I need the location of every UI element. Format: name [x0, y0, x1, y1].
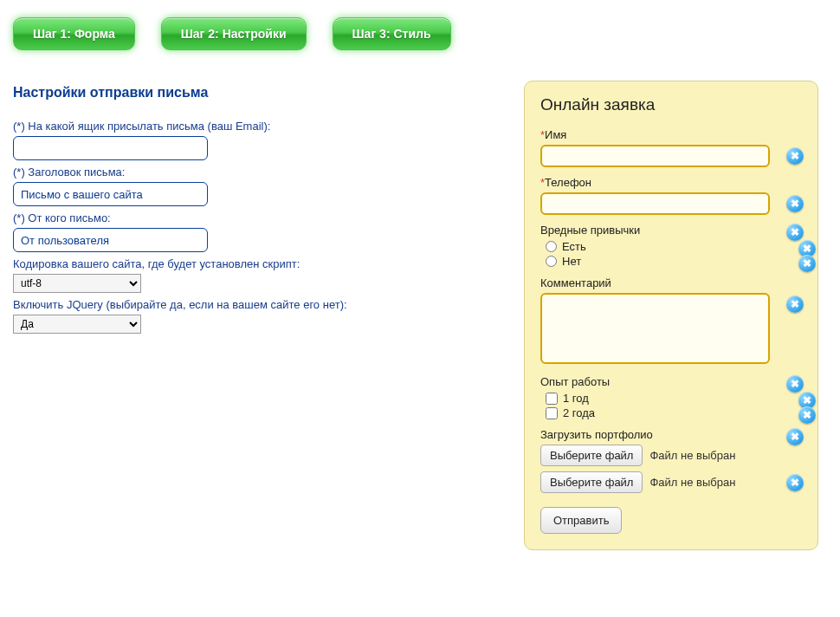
habit-no-radio[interactable]: [546, 256, 557, 267]
from-label: (*) От кого письмо:: [13, 211, 498, 224]
habit-no-label: Нет: [562, 255, 581, 268]
delete-icon[interactable]: ✖: [786, 296, 804, 313]
exp-1-checkbox[interactable]: [546, 393, 558, 405]
step-tabs: Шаг 1: Форма Шаг 2: Настройки Шаг 3: Сти…: [0, 0, 840, 59]
encoding-label: Кодировка вашего сайта, где будет устано…: [13, 257, 498, 270]
from-input[interactable]: [13, 228, 208, 252]
jquery-label: Включить JQuery (выбирайте да, если на в…: [13, 298, 498, 311]
name-input[interactable]: [540, 145, 770, 167]
submit-button[interactable]: Отправить: [540, 507, 622, 534]
delete-icon[interactable]: ✖: [798, 255, 816, 272]
settings-panel: Настройки отправки письма (*) На какой я…: [13, 81, 498, 339]
upload-label: Загрузить портфолио: [540, 428, 802, 441]
email-input[interactable]: [13, 136, 208, 160]
exp-2-checkbox[interactable]: [546, 407, 558, 419]
delete-icon[interactable]: ✖: [786, 147, 804, 165]
comment-label: Комментарий: [540, 276, 802, 289]
delete-icon[interactable]: ✖: [786, 224, 804, 241]
phone-label: *Телефон: [540, 176, 802, 189]
delete-icon[interactable]: ✖: [786, 474, 804, 491]
step-3-button[interactable]: Шаг 3: Стиль: [333, 17, 451, 50]
exp-1-label: 1 год: [563, 392, 589, 405]
settings-title: Настройки отправки письма: [13, 85, 498, 101]
delete-icon[interactable]: ✖: [786, 375, 804, 393]
file-status: Файл не выбран: [649, 476, 735, 489]
step-2-button[interactable]: Шаг 2: Настройки: [161, 17, 307, 50]
exp-2-label: 2 года: [563, 406, 595, 419]
habit-yes-radio[interactable]: [546, 241, 557, 252]
subject-label: (*) Заголовок письма:: [13, 166, 498, 179]
delete-icon[interactable]: ✖: [786, 195, 804, 212]
file-status: Файл не выбран: [649, 449, 735, 462]
form-preview-panel: Онлайн заявка *Имя ✖ *Телефон ✖ Вредные …: [524, 81, 818, 550]
choose-file-button[interactable]: Выберите файл: [540, 471, 643, 493]
experience-label: Опыт работы: [540, 375, 802, 388]
delete-icon[interactable]: ✖: [786, 428, 804, 445]
step-1-button[interactable]: Шаг 1: Форма: [13, 17, 135, 50]
form-title: Онлайн заявка: [540, 95, 802, 114]
choose-file-button[interactable]: Выберите файл: [540, 445, 643, 466]
email-label: (*) На какой ящик присылать письма (ваш …: [13, 120, 498, 133]
phone-input[interactable]: [540, 192, 770, 215]
habits-label: Вредные привычки: [540, 224, 802, 237]
name-label: *Имя: [540, 128, 802, 141]
delete-icon[interactable]: ✖: [798, 406, 816, 424]
jquery-select[interactable]: Да: [13, 315, 141, 334]
subject-input[interactable]: [13, 182, 208, 206]
habit-yes-label: Есть: [562, 240, 586, 253]
encoding-select[interactable]: utf-8: [13, 274, 141, 293]
comment-textarea[interactable]: [540, 293, 770, 364]
